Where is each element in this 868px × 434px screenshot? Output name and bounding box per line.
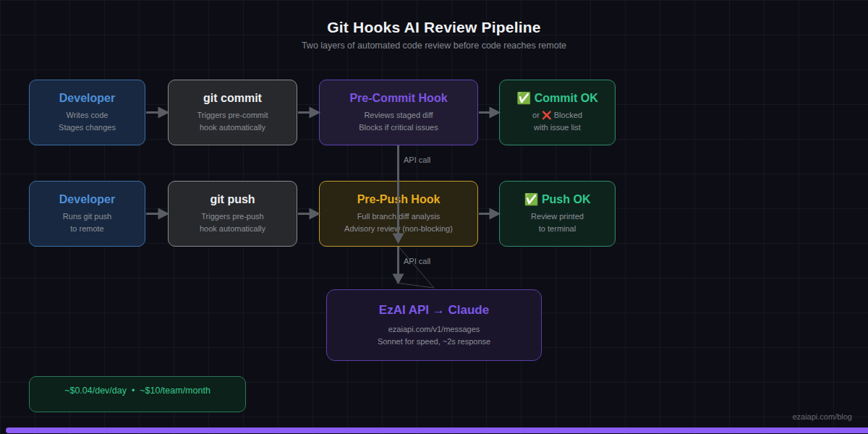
- cost-badge-text: ~$0.04/dev/day • ~$10/team/month: [64, 386, 210, 396]
- api-call-label-push: API call: [404, 257, 430, 265]
- node-title: git commit: [203, 92, 262, 105]
- node-line: Triggers pre-commit: [197, 109, 268, 122]
- node-push-ok: ✅ Push OK Review printed to terminal: [499, 181, 616, 247]
- node-line: with issue list: [534, 122, 581, 134]
- node-pre-commit-hook: Pre-Commit Hook Reviews staged diff Bloc…: [319, 80, 478, 145]
- node-line: or ❌ Blocked: [532, 109, 582, 122]
- node-git-commit: git commit Triggers pre-commit hook auto…: [168, 80, 297, 145]
- node-line: Triggers pre-push: [201, 210, 263, 223]
- node-title: EzAI API → Claude: [379, 303, 489, 318]
- footer-blog-link[interactable]: ezaiapi.com/blog: [792, 412, 852, 421]
- node-line: hook automatically: [200, 223, 265, 235]
- node-git-push: git push Triggers pre-push hook automati…: [168, 181, 297, 247]
- node-pre-push-hook: Pre-Push Hook Full branch diff analysis …: [319, 181, 478, 247]
- node-line: Sonnet for speed, ~2s response: [378, 336, 490, 348]
- node-title: git push: [210, 193, 255, 206]
- node-ezai-api: EzAI API → Claude ezaiapi.com/v1/message…: [326, 289, 542, 361]
- node-line: Reviews staged diff: [364, 109, 433, 122]
- bottom-accent-bar: [6, 427, 868, 433]
- node-line: ezaiapi.com/v1/messages: [388, 323, 480, 336]
- node-commit-ok: ✅ Commit OK or ❌ Blocked with issue list: [499, 80, 616, 145]
- diagram-canvas: Git Hooks AI Review Pipeline Two layers …: [0, 0, 868, 434]
- page-subtitle: Two layers of automated code review befo…: [0, 41, 868, 51]
- api-call-label-commit: API call: [404, 156, 430, 164]
- node-line: Stages changes: [59, 122, 116, 134]
- cost-badge: ~$0.04/dev/day • ~$10/team/month: [29, 376, 246, 412]
- node-line: Review printed: [531, 210, 584, 223]
- node-line: Advisory review (non-blocking): [344, 223, 453, 235]
- node-line: hook automatically: [200, 122, 265, 134]
- node-line: to terminal: [539, 223, 576, 235]
- node-line: Blocks if critical issues: [359, 122, 438, 134]
- node-title: Pre-Commit Hook: [349, 92, 447, 105]
- node-line: to remote: [70, 223, 103, 235]
- node-developer-push: Developer Runs git push to remote: [29, 181, 145, 247]
- node-line: Full branch diff analysis: [357, 210, 441, 223]
- node-title: ✅ Commit OK: [516, 91, 597, 105]
- page-title: Git Hooks AI Review Pipeline: [0, 19, 868, 36]
- node-developer-commit: Developer Writes code Stages changes: [29, 80, 145, 145]
- node-line: Runs git push: [63, 210, 111, 223]
- node-title: ✅ Push OK: [524, 192, 591, 206]
- node-title: Developer: [59, 193, 115, 206]
- node-line: Writes code: [67, 109, 109, 122]
- node-title: Developer: [59, 92, 115, 105]
- node-title: Pre-Push Hook: [357, 193, 441, 206]
